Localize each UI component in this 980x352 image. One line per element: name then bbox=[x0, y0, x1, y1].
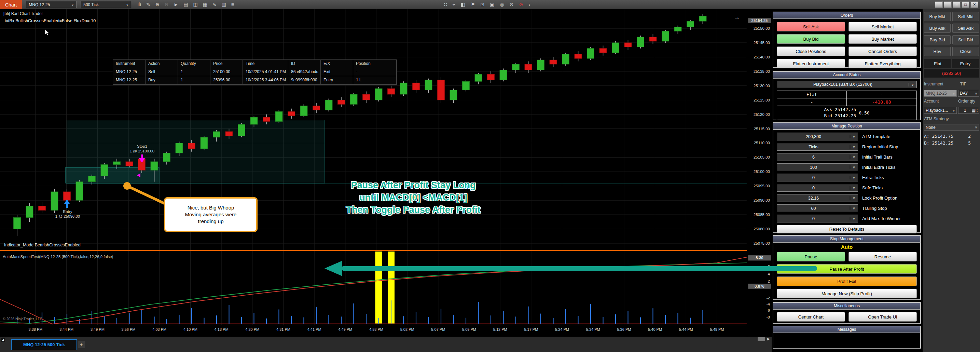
buy-market-button[interactable]: Buy Market bbox=[848, 34, 917, 44]
maximize-icon[interactable]: □ bbox=[962, 2, 969, 8]
close-button[interactable]: Close bbox=[952, 47, 979, 56]
account-selector[interactable]: Playback101 (Bart BX (12700))∨ bbox=[777, 81, 917, 88]
panel-icon[interactable]: ◫ bbox=[193, 0, 197, 9]
line-tool-icon[interactable]: ∿ bbox=[212, 0, 216, 9]
grip-dots-icon[interactable]: ∷ bbox=[444, 0, 447, 9]
horizontal-scrollbar[interactable] bbox=[757, 337, 765, 341]
extra-ticks-selector[interactable]: 0∨ bbox=[777, 174, 858, 182]
cursor-flag-icon[interactable]: ⚑ bbox=[471, 0, 475, 9]
sell-mkt-button[interactable]: Sell Mkt bbox=[952, 12, 979, 21]
buy-mkt-button[interactable]: Buy Mkt bbox=[924, 12, 951, 21]
collapse-chevron-icon[interactable]: ‹ bbox=[528, 0, 530, 9]
cursor-box-icon[interactable]: ▣ bbox=[490, 0, 494, 9]
macd-tick-label: -8 bbox=[767, 315, 770, 319]
add-max-to-winner-selector[interactable]: 0∨ bbox=[777, 215, 858, 223]
dom-instrument-selector[interactable]: MNQ 12-25∨ bbox=[924, 90, 957, 97]
resume-button[interactable]: Resume bbox=[848, 252, 917, 261]
atm-template-selector[interactable]: 200,300∨ bbox=[777, 132, 858, 140]
sell-ask-button[interactable]: Sell Ask bbox=[777, 22, 845, 32]
bull-candle bbox=[325, 100, 332, 110]
square-select-icon[interactable]: ⊡ bbox=[480, 0, 485, 9]
close-icon[interactable]: ✕ bbox=[970, 2, 978, 8]
trailing-stop-selector[interactable]: 60∨ bbox=[777, 204, 858, 212]
scroll-right-icon[interactable]: ▶ bbox=[767, 337, 770, 341]
sell-ask-button[interactable]: Sell Ask bbox=[952, 24, 979, 33]
sell-bid-button[interactable]: Sell Bid bbox=[952, 35, 979, 45]
initial-trail-bars-selector[interactable]: 6∨ bbox=[777, 153, 858, 161]
chart-window-tab[interactable]: Chart bbox=[0, 0, 22, 9]
copyright-label: © 2026 NinjaTrader, LLC bbox=[3, 317, 42, 321]
safe-ticks-selector[interactable]: 0∨ bbox=[777, 184, 858, 192]
tab-entry[interactable]: Entry bbox=[951, 59, 979, 68]
table-header-cell: Price bbox=[210, 60, 243, 68]
zoom-out-icon[interactable]: ⊖ bbox=[165, 0, 169, 9]
window-pane2-icon[interactable] bbox=[944, 2, 951, 8]
scroll-to-latest-icon[interactable]: → bbox=[734, 14, 740, 21]
profit-exit-button[interactable]: Profit Exit bbox=[777, 277, 917, 286]
close-positions-button[interactable]: Close Positions bbox=[777, 46, 845, 56]
rev-button[interactable]: Rev bbox=[924, 47, 951, 56]
sell-market-button[interactable]: Sell Market bbox=[848, 22, 917, 32]
tab-scroll-left-icon[interactable]: ◀ bbox=[1, 338, 5, 342]
strategy-icon[interactable]: ▧ bbox=[222, 0, 226, 9]
callout-annotation[interactable]: Nice, but Big Whoop Moving averages were… bbox=[164, 197, 258, 232]
price-axis[interactable]: 25150.0025145.0025140.0025135.0025130.00… bbox=[747, 9, 772, 337]
selector-value: 0 bbox=[777, 216, 850, 221]
link-hands-icon[interactable]: ◎ bbox=[500, 0, 504, 9]
disabled-icon[interactable]: ⊘ bbox=[519, 0, 523, 9]
data-box-icon[interactable]: ▤ bbox=[183, 0, 188, 9]
window-pane-icon[interactable] bbox=[935, 2, 943, 8]
open-trade-ui-button[interactable]: Open Trade UI bbox=[848, 312, 917, 322]
cursor-icon[interactable]: ► bbox=[173, 0, 178, 9]
instrument-link-icon[interactable]: ⌖ bbox=[453, 0, 455, 9]
bull-candle bbox=[400, 83, 407, 94]
minimize-icon[interactable]: – bbox=[953, 2, 961, 8]
buy-bid-button[interactable]: Buy Bid bbox=[777, 34, 845, 44]
bear-candle bbox=[413, 83, 420, 90]
properties-icon[interactable]: ≡ bbox=[231, 0, 234, 9]
unrealized-pnl: ($383.50) bbox=[924, 69, 979, 78]
buy-bid-button[interactable]: Buy Bid bbox=[924, 35, 951, 45]
interval-selector[interactable]: 500 Tick ∨ bbox=[81, 1, 131, 8]
price-tick-label: 25080.00 bbox=[754, 227, 770, 231]
manage-now-skip-profit--button[interactable]: Manage Now (Skip Profit) bbox=[777, 289, 917, 298]
pause-after-profit-button[interactable]: Pause After Profit bbox=[777, 264, 917, 274]
ask-bid-display: Ask 25142.75Bid 25142.250.50 bbox=[777, 106, 917, 120]
tab-flat[interactable]: Flat bbox=[924, 59, 951, 68]
chart-style-icon[interactable]: ılı bbox=[137, 0, 141, 9]
center-chart-button[interactable]: Center Chart bbox=[777, 312, 845, 322]
instrument-selector[interactable]: MNQ 12-25 ∨ bbox=[26, 1, 76, 8]
bear-candle bbox=[525, 64, 532, 70]
toolbar-icon-group: ılı✎⊕⊖►▤◫▦∿▧≡ bbox=[137, 0, 234, 9]
atm-strategy-selector[interactable]: None∨ bbox=[924, 124, 979, 131]
chevron-down-icon: ∨ bbox=[850, 145, 858, 149]
dom-account-selector[interactable]: Playback1...∨ bbox=[924, 107, 957, 114]
selector-value: 200,300 bbox=[777, 134, 850, 139]
flatten-everything-button[interactable]: Flatten Everything bbox=[848, 59, 917, 68]
tif-selector[interactable]: DAY∨ bbox=[958, 90, 979, 97]
manage-position-header: Manage Position bbox=[773, 123, 920, 130]
account-status-section: Account Status Playback101 (Bart BX (127… bbox=[773, 71, 921, 120]
qty-spinner[interactable]: ▴▾ bbox=[977, 108, 978, 112]
chart-trader-icon[interactable]: ▦ bbox=[203, 0, 207, 9]
zoom-in-icon[interactable]: ⊕ bbox=[156, 0, 159, 9]
buy-ask-button[interactable]: Buy Ask bbox=[924, 24, 951, 33]
calculator-icon[interactable]: ▦ bbox=[972, 108, 975, 113]
table-header-cell: Action bbox=[145, 60, 178, 68]
lock-profit-option-selector[interactable]: 32,16∨ bbox=[777, 194, 858, 202]
add-tab-button[interactable]: + bbox=[78, 341, 85, 348]
initial-extra-ticks-selector[interactable]: 100∨ bbox=[777, 163, 858, 171]
table-cell: 10/2/2025 3:44:06 PM bbox=[243, 76, 288, 84]
pause-button[interactable]: Pause bbox=[777, 252, 845, 261]
bull-candle bbox=[151, 162, 158, 170]
flatten-instrument-button[interactable]: Flatten Instrument bbox=[777, 59, 845, 68]
region-initial-stop-selector[interactable]: Ticks∨ bbox=[777, 143, 858, 151]
order-qty-stepper[interactable]: 1▦▴▾ bbox=[958, 107, 979, 114]
video-camera-icon[interactable]: ◧ bbox=[461, 0, 465, 9]
tab-mnq-500tick[interactable]: MNQ 12-25 500 Tick bbox=[11, 339, 77, 350]
reset-to-defaults-button[interactable]: Reset To Defaults bbox=[777, 225, 917, 233]
draw-icon[interactable]: ✎ bbox=[146, 0, 150, 9]
cancel-orders-button[interactable]: Cancel Orders bbox=[848, 46, 917, 56]
callout-anchor-dot bbox=[123, 182, 131, 190]
accessibility-icon[interactable]: ⊙ bbox=[510, 0, 514, 9]
